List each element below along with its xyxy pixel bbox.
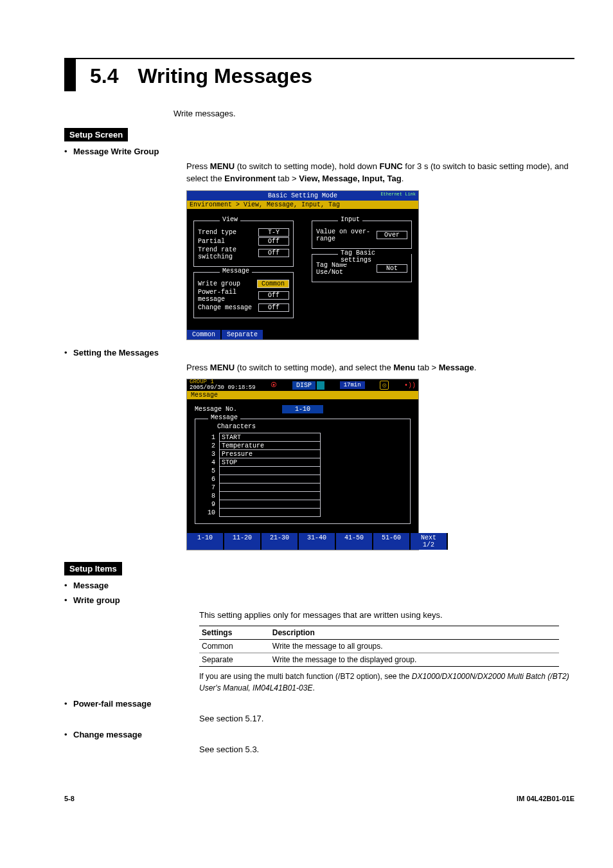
message-row: 7 (204, 484, 321, 492)
message-cell[interactable]: START (220, 433, 321, 442)
si-message: Message (73, 581, 109, 590)
message-cell[interactable] (220, 484, 321, 492)
message-group: Message Write groupCommon Power-fail mes… (193, 272, 294, 318)
message-tab[interactable]: Message (187, 391, 418, 399)
bullet-icon: • (64, 348, 73, 357)
trend-rate-field[interactable]: Off (258, 249, 289, 257)
change-field[interactable]: Off (258, 303, 289, 312)
message-row: 5 (204, 467, 321, 475)
softkey-separate[interactable]: Separate (222, 330, 264, 339)
message-row: 3Pressure (204, 450, 321, 458)
tag-group: Tag Basic settings Tag Name Use/NotNot (312, 254, 412, 282)
message-cell[interactable] (220, 492, 321, 500)
screenshot-message-list: GROUP 12005/09/30 09:18:59 ⦿ DISP 17min … (186, 379, 419, 550)
bullet-icon: • (64, 581, 73, 590)
batch-note: If you are using the multi batch functio… (199, 671, 574, 694)
section-number: 5.4 (90, 64, 118, 87)
disp-button[interactable]: DISP (292, 381, 315, 390)
message-row: 1START (204, 433, 321, 442)
shot1-title: Basic Setting Mode (268, 192, 337, 199)
shot1-breadcrumb: Environment > View, Message, Input, Tag (187, 201, 418, 209)
page-number: 5-8 (64, 795, 75, 802)
input-group: Input Value on over-rangeOver (312, 221, 412, 249)
message-cell[interactable]: STOP (220, 458, 321, 467)
si-change: Change message (73, 730, 142, 739)
si-pfail: Power-fail message (73, 699, 151, 709)
softkey[interactable]: 31-40 (299, 533, 336, 550)
message-row: 9 (204, 500, 321, 509)
message-cell[interactable]: Pressure (220, 450, 321, 458)
message-cell[interactable]: Temperature (220, 442, 321, 450)
message-row: 4STOP (204, 458, 321, 467)
softkey[interactable]: 1-10 (187, 533, 224, 550)
mwg-heading: Message Write Group (73, 147, 159, 156)
section-marker (64, 59, 76, 91)
bullet-icon: • (64, 147, 73, 156)
bullet-icon: • (64, 730, 73, 739)
setmsg-heading: Setting the Messages (73, 348, 159, 357)
table-row: CommonWrite the message to all groups. (199, 639, 559, 653)
doc-id: IM 04L42B01-01E (517, 795, 574, 802)
message-cell[interactable] (220, 509, 321, 517)
shot2-softkeys: 1-1011-2021-3031-4041-5051-60Next 1/2 (187, 533, 418, 550)
message-row: 6 (204, 475, 321, 484)
setup-screen-label: Setup Screen (64, 128, 128, 141)
trend-type-field[interactable]: T-Y (258, 228, 289, 237)
record-icon: ⦿ (271, 381, 277, 389)
tag-name-field[interactable]: Not (377, 264, 407, 273)
si-pfail-text: See section 5.17. (199, 712, 574, 725)
softkey[interactable]: 21-30 (262, 533, 299, 550)
si-writegroup-desc: This setting applies only for messages t… (199, 609, 574, 622)
speaker-icon: •)) (404, 382, 416, 389)
softkey[interactable]: 41-50 (336, 533, 373, 550)
message-cell[interactable] (220, 475, 321, 484)
message-row: 10 (204, 509, 321, 517)
message-row: 2Temperature (204, 442, 321, 450)
bullet-icon: • (64, 699, 73, 709)
mwg-line: Press MENU (to switch to setting mode), … (186, 160, 574, 185)
message-box: Message Characters 1START2Temperature3Pr… (195, 419, 411, 524)
over-range-field[interactable]: Over (377, 231, 407, 239)
interval-badge: 17min (340, 381, 365, 389)
screenshot-basic-setting: Basic Setting Mode Ethernet Link Environ… (186, 190, 419, 340)
view-group: View Trend typeT-Y PartialOff Trend rate… (193, 221, 294, 267)
section-title-text: Writing Messages (138, 64, 312, 87)
si-change-text: See section 5.3. (199, 743, 574, 756)
table-row: SeparateWrite the message to the display… (199, 653, 559, 666)
setmsg-line: Press MENU (to switch to setting mode), … (186, 361, 574, 374)
shot1-softkeys: Common Separate (187, 330, 418, 339)
intro-text: Write messages. (173, 107, 574, 120)
pfail-field[interactable]: Off (258, 291, 289, 300)
message-cell[interactable] (220, 500, 321, 509)
partial-field[interactable]: Off (258, 237, 289, 246)
softkey[interactable]: 11-20 (224, 533, 262, 550)
msgno-field[interactable]: 1-10 (282, 405, 323, 413)
settings-table: SettingsDescription CommonWrite the mess… (199, 626, 559, 667)
message-row: 8 (204, 492, 321, 500)
softkey-common[interactable]: Common (187, 330, 222, 339)
section-heading: 5.4Writing Messages (90, 64, 574, 88)
bullet-icon: • (64, 595, 73, 605)
softkey[interactable]: 51-60 (373, 533, 411, 550)
write-group-field[interactable]: Common (257, 280, 289, 288)
camera-icon: ◎ (380, 381, 389, 390)
si-writegroup: Write group (73, 595, 120, 605)
softkey[interactable]: Next 1/2 (411, 533, 448, 550)
message-cell[interactable] (220, 467, 321, 475)
setup-items-label: Setup Items (64, 562, 122, 575)
ethernet-link-icon: Ethernet Link (380, 192, 416, 197)
